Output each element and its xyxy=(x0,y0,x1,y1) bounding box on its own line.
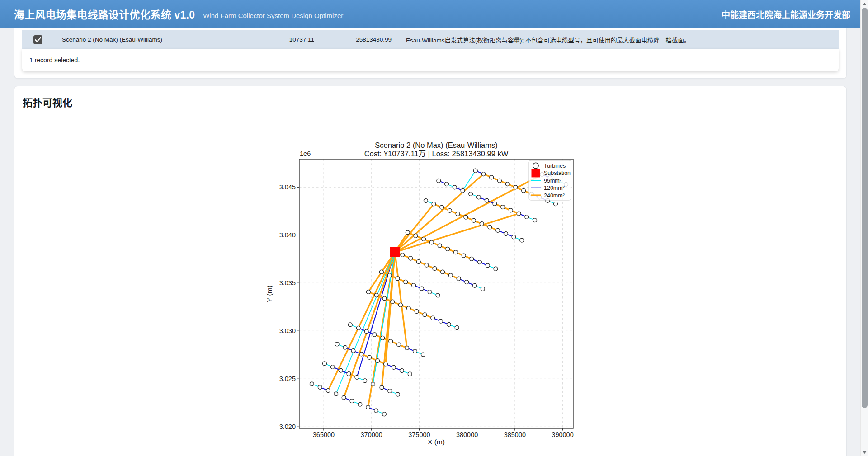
cell-scenario-name[interactable]: Scenario 2 (No Max) (Esau-Williams) xyxy=(54,36,226,43)
row-checkbox-checked[interactable] xyxy=(33,35,42,44)
turbine-marker xyxy=(400,369,404,373)
turbine-marker xyxy=(335,342,339,346)
turbine-marker xyxy=(469,192,473,196)
turbine-marker xyxy=(462,254,466,258)
cable-240mm2 xyxy=(395,204,434,252)
turbine-marker xyxy=(412,283,416,287)
turbine-marker xyxy=(446,247,450,251)
turbine-marker xyxy=(431,316,435,320)
turbine-marker xyxy=(330,365,335,369)
turbine-marker xyxy=(455,326,459,330)
turbine-marker xyxy=(440,205,444,209)
scroll-up-icon[interactable] xyxy=(861,0,868,8)
turbine-marker xyxy=(373,333,377,337)
selection-status-text: 1 record selected. xyxy=(29,56,80,64)
turbine-marker xyxy=(396,277,400,281)
app-header: 海上风电场集电线路设计优化系统 v1.0 Wind Farm Collector… xyxy=(0,0,860,28)
y-tick-label: 3.030 xyxy=(279,327,296,334)
turbine-marker xyxy=(436,293,440,297)
app-subtitle: Wind Farm Collector System Design Optimi… xyxy=(203,9,343,19)
turbine-marker xyxy=(425,263,429,267)
turbine-marker xyxy=(389,339,393,343)
turbine-marker xyxy=(409,256,413,260)
turbine-marker xyxy=(464,215,468,219)
turbine-marker xyxy=(457,277,461,281)
turbine-marker xyxy=(351,349,355,353)
turbine-marker xyxy=(514,185,518,189)
turbine-marker xyxy=(342,395,346,400)
legend-label: Turbines xyxy=(544,163,566,169)
scrollbar-thumb[interactable] xyxy=(862,8,868,408)
turbine-marker xyxy=(343,345,347,349)
turbine-marker xyxy=(364,329,368,334)
turbine-marker xyxy=(522,188,526,193)
turbine-marker xyxy=(438,244,442,248)
turbine-marker xyxy=(493,202,497,206)
topology-section-title: 拓扑可视化 xyxy=(22,94,839,109)
turbine-marker xyxy=(347,372,351,376)
turbine-marker xyxy=(505,182,509,186)
turbine-marker xyxy=(498,179,502,183)
selection-status: 1 record selected. xyxy=(22,49,839,71)
turbine-marker xyxy=(428,290,432,294)
x-tick-label: 375000 xyxy=(408,431,430,438)
scroll-down-icon[interactable] xyxy=(861,448,868,456)
x-tick-label: 370000 xyxy=(361,431,382,438)
legend-label: 240mm² xyxy=(544,193,565,199)
turbine-marker xyxy=(415,310,419,314)
x-tick-label: 365000 xyxy=(313,431,335,438)
turbine-marker xyxy=(424,199,428,203)
checkmark-icon xyxy=(35,37,41,42)
topology-plot: Scenario 2 (No Max) (Esau-Williams)Cost:… xyxy=(254,136,597,452)
y-axis-offset-label: 1e6 xyxy=(300,150,311,157)
turbine-marker xyxy=(326,389,330,393)
turbine-marker xyxy=(517,212,521,216)
turbine-marker xyxy=(481,172,486,176)
triangle-up-glyph xyxy=(863,3,867,5)
turbine-marker xyxy=(366,290,370,294)
app-org-label: 中能建西北院海上能源业务开发部 xyxy=(722,8,850,20)
turbine-marker xyxy=(533,218,537,222)
app-title: 海上风电场集电线路设计优化系统 v1.0 xyxy=(14,6,195,22)
turbine-marker xyxy=(368,355,372,359)
turbine-marker xyxy=(363,379,367,383)
turbine-marker xyxy=(512,235,516,239)
turbine-marker xyxy=(445,182,449,186)
substation-marker xyxy=(390,247,400,257)
turbine-marker xyxy=(376,359,380,363)
turbine-marker xyxy=(374,409,378,413)
turbine-marker xyxy=(470,257,474,261)
turbine-marker xyxy=(404,280,408,284)
turbine-marker xyxy=(488,225,492,229)
turbine-marker xyxy=(456,212,460,216)
turbine-marker xyxy=(477,195,481,199)
topology-figure: Scenario 2 (No Max) (Esau-Williams)Cost:… xyxy=(254,136,597,456)
cell-algorithm-note: Esau-Williams启发式算法(权衡距离与容量); 不包含可选电缆型号，且… xyxy=(394,35,839,44)
turbine-marker xyxy=(496,228,500,232)
turbine-marker xyxy=(382,412,387,416)
turbine-marker xyxy=(406,230,410,235)
turbine-marker xyxy=(334,392,338,396)
page-scrollbar[interactable] xyxy=(860,0,868,456)
turbine-marker xyxy=(448,273,453,277)
turbine-marker xyxy=(490,175,494,179)
turbine-marker xyxy=(413,349,417,353)
turbine-marker xyxy=(480,222,484,226)
turbine-marker xyxy=(399,303,403,307)
y-tick-label: 3.020 xyxy=(279,423,296,430)
turbine-marker xyxy=(323,362,327,366)
legend-label: Substation xyxy=(544,170,571,176)
turbine-marker xyxy=(382,296,387,301)
row-checkbox-cell xyxy=(22,35,54,44)
table-row-selected[interactable]: Scenario 2 (No Max) (Esau-Williams) 1073… xyxy=(22,30,839,49)
turbine-marker xyxy=(387,273,392,277)
turbine-marker xyxy=(448,209,452,213)
turbine-marker xyxy=(355,375,359,379)
turbine-marker xyxy=(453,185,457,189)
turbine-marker xyxy=(421,353,425,357)
turbine-marker xyxy=(422,237,426,241)
cable-240mm2 xyxy=(395,252,407,348)
plot-title: Scenario 2 (No Max) (Esau-Williams) xyxy=(375,141,497,149)
turbine-marker xyxy=(396,392,400,396)
turbine-marker xyxy=(359,352,363,356)
